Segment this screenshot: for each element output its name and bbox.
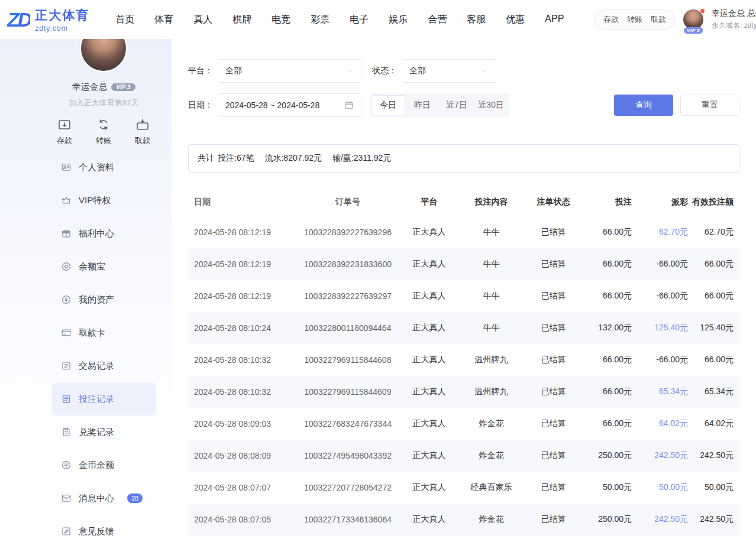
table-row: 2024-05-28 08:12:191003228392227639296正大… <box>188 216 739 248</box>
calendar-icon <box>344 100 354 110</box>
date-range-tabs: 今日昨日近7日近30日 <box>370 93 509 117</box>
quick-link-transfer[interactable]: 转账 <box>627 14 642 25</box>
table-row: 2024-05-28 08:10:241003228001180094464正大… <box>188 312 739 344</box>
chevron-down-icon <box>480 67 489 75</box>
cell-bet-amount: 132.00元 <box>581 323 632 333</box>
gift-icon <box>61 228 72 239</box>
quick-action-deposit[interactable]: 存款 <box>57 118 72 146</box>
cell-valid-bet: 66.00元 <box>688 291 739 301</box>
sidebar-item-message-center[interactable]: 消息中心28 <box>52 482 156 515</box>
quick-link-withdraw[interactable]: 取款 <box>651 14 666 25</box>
cell-platform: 正大真人 <box>401 482 457 493</box>
range-tab-today[interactable]: 今日 <box>371 95 405 115</box>
table-row: 2024-05-28 08:10:321003227969115844608正大… <box>188 344 739 376</box>
cell-date: 2024-05-28 08:12:19 <box>188 228 295 237</box>
cell-bet-content: 温州牌九 <box>457 355 525 365</box>
unread-count-badge: 28 <box>127 493 143 503</box>
sidebar-item-withdraw-card[interactable]: 取款卡 <box>52 316 156 349</box>
coin-icon <box>61 460 72 470</box>
quick-action-withdraw[interactable]: 取款 <box>135 118 150 146</box>
sidebar-item-profile[interactable]: 个人资料 <box>52 151 156 184</box>
nav-item-lottery[interactable]: 彩票 <box>311 14 329 26</box>
cell-order-no: 1003228392227639296 <box>295 228 401 237</box>
cell-status: 已结算 <box>525 355 581 365</box>
cell-date: 2024-05-28 08:08:09 <box>188 451 295 460</box>
cell-date: 2024-05-28 08:07:05 <box>188 515 295 524</box>
cell-bet-content: 牛牛 <box>457 323 525 333</box>
sidebar-item-welfare[interactable]: 福利中心 <box>52 217 156 250</box>
cell-bet-content: 炸金花 <box>457 450 525 461</box>
nav-item-home[interactable]: 首页 <box>115 14 134 26</box>
filter-row-2: 日期： 2024-05-28 ~ 2024-05-28 今日昨日近7日近30日 … <box>188 93 739 117</box>
nav-item-chess[interactable]: 棋牌 <box>232 14 251 26</box>
reset-button[interactable]: 重置 <box>680 95 739 116</box>
sidebar-item-yuebao[interactable]: 余额宝 <box>52 250 156 283</box>
table-row: 2024-05-28 08:12:191003228392227639297正大… <box>188 280 739 312</box>
sidebar-item-bet-records[interactable]: 投注记录 <box>52 382 156 415</box>
sidebar-item-transactions[interactable]: 交易记录 <box>52 349 156 382</box>
table-row: 2024-05-28 08:09:031003227683247673344正大… <box>188 408 739 440</box>
nav-item-sports[interactable]: 体育 <box>154 14 173 26</box>
cell-valid-bet: 62.70元 <box>688 227 739 238</box>
cell-date: 2024-05-28 08:09:03 <box>188 419 295 428</box>
column-header: 订单号 <box>295 197 401 207</box>
platform-label: 平台： <box>188 66 213 76</box>
date-range-input[interactable]: 2024-05-28 ~ 2024-05-28 <box>218 93 361 117</box>
nav-item-joint[interactable]: 合营 <box>428 14 447 26</box>
search-button[interactable]: 查询 <box>614 95 673 116</box>
platform-select[interactable]: 全部 <box>218 59 361 83</box>
cell-status: 已结算 <box>525 387 581 397</box>
sidebar-item-assets[interactable]: 我的资产 <box>52 283 156 316</box>
table-body: 2024-05-28 08:12:191003228392227639296正大… <box>188 216 739 535</box>
bet-records-panel: 平台： 全部 状态： 全部 日期： 2024-05-28 ~ 2024-05-2… <box>172 39 756 539</box>
transfer-icon <box>96 118 111 132</box>
brand-name: 正大体育 <box>35 7 89 24</box>
avatar[interactable] <box>683 9 703 30</box>
range-tab-last-7-days[interactable]: 近7日 <box>440 95 474 115</box>
topbar-avatar-wrap: VIP 3 <box>683 9 703 30</box>
nav-item-app[interactable]: APP <box>545 14 564 26</box>
nav-item-service[interactable]: 客服 <box>467 14 486 26</box>
cell-bet-content: 炸金花 <box>457 514 525 525</box>
yuebao-icon <box>61 261 72 272</box>
sidebar-item-vip[interactable]: VIP特权 <box>52 184 156 217</box>
table-row: 2024-05-28 08:10:321003227969115844609正大… <box>188 376 739 408</box>
quick-link-deposit[interactable]: 存款 <box>603 14 619 25</box>
quick-action-transfer[interactable]: 转账 <box>96 118 111 146</box>
range-tab-yesterday[interactable]: 昨日 <box>405 95 440 115</box>
nav-item-entertainment[interactable]: 娱乐 <box>389 14 408 26</box>
column-header: 注单状态 <box>525 197 581 207</box>
cell-valid-bet: 242.50元 <box>688 514 739 525</box>
cell-order-no: 1003227683247673344 <box>295 419 401 428</box>
range-tab-last-30-days[interactable]: 近30日 <box>474 95 508 115</box>
nav-item-esports[interactable]: 电竞 <box>272 14 290 26</box>
cell-platform: 正大真人 <box>401 291 457 301</box>
notification-dot <box>700 9 705 13</box>
cell-order-no: 1003227969115844608 <box>295 355 401 365</box>
summary-bet-count: 投注:67笔 <box>218 153 254 164</box>
table-row: 2024-05-28 08:07:051003227173346136064正大… <box>188 504 739 535</box>
cell-order-no: 1003227207728054272 <box>295 483 401 492</box>
cell-payout: 242.50元 <box>632 450 688 461</box>
nav-item-slots[interactable]: 电子 <box>350 14 369 26</box>
topbar-username: 幸运金总 总奖 <box>712 8 756 19</box>
brand-logo[interactable]: ZD 正大体育 zdty.com <box>7 7 89 33</box>
column-header: 有效投注额 <box>688 197 739 207</box>
table-header: 日期订单号平台投注内容注单状态投注派彩有效投注额 <box>188 188 739 216</box>
nav-item-live[interactable]: 真人 <box>193 14 212 26</box>
withdraw-icon <box>135 118 150 132</box>
cell-status: 已结算 <box>525 323 581 333</box>
cell-bet-amount: 66.00元 <box>581 387 632 397</box>
column-header: 投注内容 <box>457 197 525 207</box>
nav-item-promo[interactable]: 优惠 <box>506 14 525 26</box>
cell-order-no: 1003227173346136064 <box>295 515 401 524</box>
status-select[interactable]: 全部 <box>402 59 496 83</box>
sidebar-item-redeem-records[interactable]: 兑奖记录 <box>52 415 156 449</box>
sidebar-item-feedback[interactable]: 意见反馈 <box>52 515 156 539</box>
join-days-text: 加入正大体育第87天 <box>69 98 138 108</box>
topbar-right: 存款转账取款 VIP 3 幸运金总 总奖 永久域名: zdty.com <box>595 0 756 39</box>
cell-platform: 正大真人 <box>401 387 457 397</box>
cell-bet-amount: 66.00元 <box>581 418 632 429</box>
sidebar-item-coin-balance[interactable]: 金币余额 <box>52 449 156 482</box>
cell-bet-amount: 66.00元 <box>581 259 632 270</box>
